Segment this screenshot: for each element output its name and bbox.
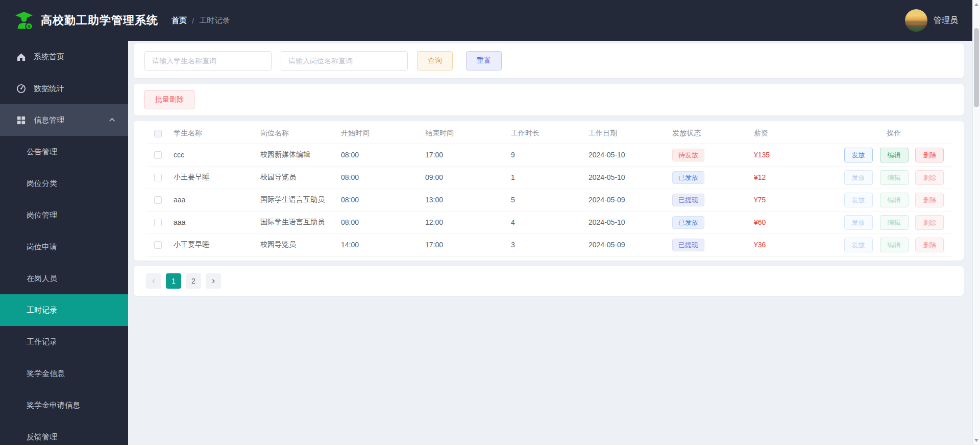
row-checkbox[interactable] bbox=[154, 241, 162, 249]
status-badge: 待发放 bbox=[672, 149, 704, 161]
cell-work-hours: 1 bbox=[509, 166, 586, 189]
cell-work-date: 2024-05-09 bbox=[586, 189, 670, 211]
delete-button[interactable]: 删除 bbox=[915, 148, 944, 162]
sidebar-submenu-item-奖学金申请信息[interactable]: 奖学金申请信息 bbox=[0, 389, 128, 421]
select-all-checkbox[interactable] bbox=[154, 130, 162, 137]
sidebar-submenu-item-工作记录[interactable]: 工作记录 bbox=[0, 326, 128, 358]
table-header-row: 学生名称 岗位名称 开始时间 结束时间 工作时长 工作日期 发放状态 薪资 操作 bbox=[146, 123, 951, 144]
user-name: 管理员 bbox=[934, 15, 958, 26]
column-header-salary: 薪资 bbox=[752, 123, 837, 144]
delete-button[interactable]: 删除 bbox=[915, 170, 944, 185]
edit-button[interactable]: 编辑 bbox=[880, 215, 909, 230]
cell-end-time: 12:00 bbox=[423, 211, 509, 233]
app-logo-graduate-icon: ¥ bbox=[14, 11, 34, 30]
edit-button[interactable]: 编辑 bbox=[880, 148, 909, 162]
sidebar-submenu-item-岗位分类[interactable]: 岗位分类 bbox=[0, 168, 128, 199]
sidebar-submenu-item-label: 岗位申请 bbox=[27, 242, 57, 252]
reset-button[interactable]: 重置 bbox=[466, 51, 502, 71]
cell-end-time: 17:00 bbox=[423, 233, 509, 256]
breadcrumb-home[interactable]: 首页 bbox=[172, 16, 187, 26]
next-page-button[interactable]: › bbox=[206, 273, 221, 289]
user-avatar[interactable] bbox=[905, 9, 927, 32]
page-button-2[interactable]: 2 bbox=[186, 273, 201, 289]
chevron-up-icon bbox=[109, 118, 115, 124]
scroll-down-arrow-icon[interactable] bbox=[974, 439, 978, 442]
issue-button[interactable]: 发放 bbox=[844, 170, 873, 185]
sidebar-submenu-item-工时记录[interactable]: 工时记录 bbox=[0, 294, 128, 326]
cell-salary: ¥12 bbox=[752, 166, 837, 189]
job-name-search-input[interactable] bbox=[281, 51, 408, 71]
edit-button[interactable]: 编辑 bbox=[880, 193, 909, 207]
svg-text:¥: ¥ bbox=[28, 24, 30, 29]
edit-button[interactable]: 编辑 bbox=[880, 238, 909, 252]
column-header-status: 发放状态 bbox=[670, 123, 752, 144]
student-name-search-input[interactable] bbox=[144, 51, 272, 71]
cell-salary: ¥36 bbox=[752, 233, 837, 256]
page-button-1[interactable]: 1 bbox=[166, 273, 181, 289]
cell-student-name: 小王要早睡 bbox=[172, 233, 258, 256]
delete-button[interactable]: 删除 bbox=[915, 238, 944, 252]
column-header-job: 岗位名称 bbox=[258, 123, 339, 144]
sidebar-submenu-item-在岗人员[interactable]: 在岗人员 bbox=[0, 263, 128, 294]
sidebar-item-system-home[interactable]: 系统首页 bbox=[0, 41, 128, 73]
table-row: 小王要早睡 校园导览员 08:00 09:00 1 2024-05-10 已发放… bbox=[146, 166, 951, 189]
sidebar-item-label: 系统首页 bbox=[34, 52, 64, 62]
row-checkbox[interactable] bbox=[154, 174, 162, 181]
sidebar-item-data-stats[interactable]: 数据统计 bbox=[0, 73, 128, 104]
cell-student-name: aaa bbox=[172, 211, 258, 233]
row-checkbox[interactable] bbox=[154, 219, 162, 226]
issue-button[interactable]: 发放 bbox=[844, 238, 873, 252]
app-title: 高校勤工助学管理系统 bbox=[41, 13, 158, 28]
sidebar-submenu-item-label: 奖学金信息 bbox=[27, 369, 65, 379]
cell-end-time: 13:00 bbox=[423, 189, 509, 211]
cell-work-date: 2024-05-10 bbox=[586, 166, 670, 189]
edit-button[interactable]: 编辑 bbox=[880, 170, 909, 185]
sidebar-submenu-item-公告管理[interactable]: 公告管理 bbox=[0, 136, 128, 168]
status-badge: 已提现 bbox=[672, 239, 704, 251]
cell-work-hours: 9 bbox=[509, 144, 586, 166]
cell-start-time: 08:00 bbox=[339, 166, 423, 189]
status-badge: 已提现 bbox=[672, 194, 704, 206]
prev-page-button[interactable]: ‹ bbox=[146, 273, 161, 289]
cell-job-name: 校园新媒体编辑 bbox=[258, 144, 339, 166]
pagination: ‹ 1 2 › bbox=[134, 266, 964, 296]
cell-end-time: 17:00 bbox=[423, 144, 509, 166]
table-row: 小王要早睡 校园导览员 14:00 17:00 3 2024-05-09 已提现… bbox=[146, 233, 951, 256]
cell-salary: ¥75 bbox=[752, 189, 837, 211]
cell-student-name: ccc bbox=[172, 144, 258, 166]
cell-start-time: 08:00 bbox=[339, 144, 423, 166]
user-block[interactable]: 管理员 bbox=[905, 9, 958, 32]
toolbar-panel: 批量删除 bbox=[134, 84, 964, 115]
sidebar-item-info-management[interactable]: 信息管理 bbox=[0, 104, 128, 136]
cell-student-name: aaa bbox=[172, 189, 258, 211]
cell-work-date: 2024-05-10 bbox=[586, 211, 670, 233]
issue-button[interactable]: 发放 bbox=[844, 215, 873, 230]
cell-start-time: 08:00 bbox=[339, 211, 423, 233]
column-header-actions: 操作 bbox=[837, 123, 951, 144]
search-panel: 查询 重置 bbox=[134, 43, 964, 78]
issue-button[interactable]: 发放 bbox=[844, 193, 873, 207]
work-hours-table: 学生名称 岗位名称 开始时间 结束时间 工作时长 工作日期 发放状态 薪资 操作… bbox=[146, 123, 951, 256]
sidebar-submenu-item-label: 反馈管理 bbox=[27, 432, 57, 442]
sidebar-submenu-item-label: 在岗人员 bbox=[27, 274, 57, 284]
sidebar-submenu-item-岗位管理[interactable]: 岗位管理 bbox=[0, 199, 128, 231]
column-header-student: 学生名称 bbox=[172, 123, 258, 144]
delete-button[interactable]: 删除 bbox=[915, 215, 944, 230]
batch-delete-button[interactable]: 批量删除 bbox=[144, 90, 194, 109]
row-checkbox[interactable] bbox=[154, 151, 162, 159]
vertical-scrollbar[interactable] bbox=[972, 0, 980, 445]
row-checkbox[interactable] bbox=[154, 196, 162, 204]
sidebar: 系统首页 数据统计 信息管理 公告管理 岗位分类 岗位管理 岗位申请 在岗人员 bbox=[0, 41, 128, 445]
sidebar-submenu-item-岗位申请[interactable]: 岗位申请 bbox=[0, 231, 128, 263]
sidebar-submenu-item-奖学金信息[interactable]: 奖学金信息 bbox=[0, 358, 128, 389]
issue-button[interactable]: 发放 bbox=[844, 148, 873, 162]
sidebar-submenu-item-label: 工作记录 bbox=[27, 337, 57, 347]
cell-job-name: 校园导览员 bbox=[258, 166, 339, 189]
delete-button[interactable]: 删除 bbox=[915, 193, 944, 207]
cell-work-date: 2024-05-09 bbox=[586, 233, 670, 256]
scrollbar-thumb[interactable] bbox=[974, 28, 979, 107]
query-button[interactable]: 查询 bbox=[417, 51, 453, 71]
scroll-up-arrow-icon[interactable] bbox=[974, 3, 978, 6]
breadcrumb-current: 工时记录 bbox=[199, 16, 230, 26]
sidebar-submenu-item-反馈管理[interactable]: 反馈管理 bbox=[0, 421, 128, 445]
